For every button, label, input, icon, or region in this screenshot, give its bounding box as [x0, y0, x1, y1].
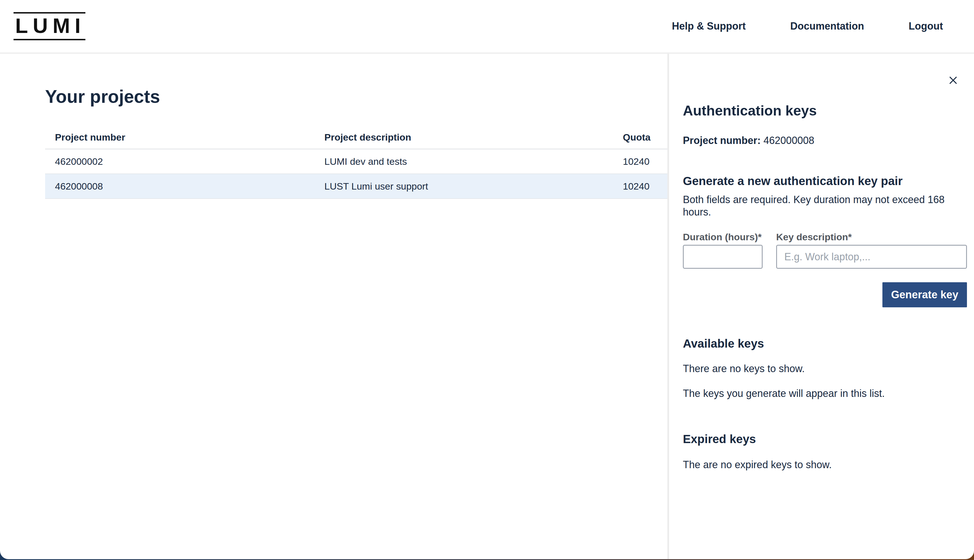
project-number-label: Project number: [683, 135, 761, 146]
close-panel-button[interactable] [947, 74, 959, 87]
projects-table: Project number Project description Quota… [45, 123, 667, 199]
project-number-line: Project number: 462000008 [683, 135, 967, 147]
nav-documentation[interactable]: Documentation [790, 20, 864, 32]
nav-help-support[interactable]: Help & Support [672, 20, 746, 32]
close-icon [949, 76, 957, 85]
cell-project-number: 462000008 [45, 181, 324, 192]
top-nav: Help & Support Documentation Logout [672, 20, 943, 32]
projects-section: Your projects Project number Project des… [0, 54, 667, 559]
available-keys-title: Available keys [683, 336, 967, 351]
app-window: LUMI Help & Support Documentation Logout… [0, 0, 974, 559]
table-row[interactable]: 462000002 LUMI dev and tests 10240 [45, 149, 667, 174]
project-number-value: 462000008 [764, 135, 814, 146]
generate-section-hint: Both fields are required. Key duration m… [683, 193, 967, 218]
table-header-row: Project number Project description Quota [45, 123, 667, 149]
table-row-selected[interactable]: 462000008 LUST Lumi user support 10240 [45, 174, 667, 199]
form-labels-row: Duration (hours)* Key description* [683, 231, 967, 243]
generate-section-title: Generate a new authentication key pair [683, 174, 967, 188]
cell-project-description: LUMI dev and tests [324, 156, 623, 167]
expired-keys-empty-text: The are no expired keys to show. [683, 459, 967, 471]
column-header-quota: Quota [623, 132, 667, 143]
generate-key-button[interactable]: Generate key [882, 282, 967, 307]
cell-quota: 10240 [623, 181, 667, 192]
generate-button-row: Generate key [683, 282, 967, 307]
available-keys-hint-text: The keys you generate will appear in thi… [683, 388, 967, 400]
key-description-label: Key description* [776, 231, 852, 243]
key-description-input[interactable] [776, 245, 967, 269]
content-area: Your projects Project number Project des… [0, 54, 974, 559]
nav-logout[interactable]: Logout [909, 20, 943, 32]
cell-quota: 10240 [623, 156, 667, 167]
authentication-keys-panel: Authentication keys Project number: 4620… [669, 54, 974, 559]
page-title: Your projects [45, 86, 667, 107]
duration-input[interactable] [683, 245, 763, 269]
expired-keys-title: Expired keys [683, 432, 967, 447]
form-inputs-row [683, 245, 967, 269]
cell-project-number: 462000002 [45, 156, 324, 167]
panel-title: Authentication keys [683, 103, 967, 118]
column-header-project-number: Project number [45, 132, 324, 143]
lumi-logo: LUMI [13, 12, 85, 40]
cell-project-description: LUST Lumi user support [324, 181, 623, 192]
top-header: LUMI Help & Support Documentation Logout [0, 0, 974, 54]
duration-label: Duration (hours)* [683, 231, 776, 243]
available-keys-empty-text: There are no keys to show. [683, 363, 967, 375]
column-header-project-description: Project description [324, 132, 623, 143]
